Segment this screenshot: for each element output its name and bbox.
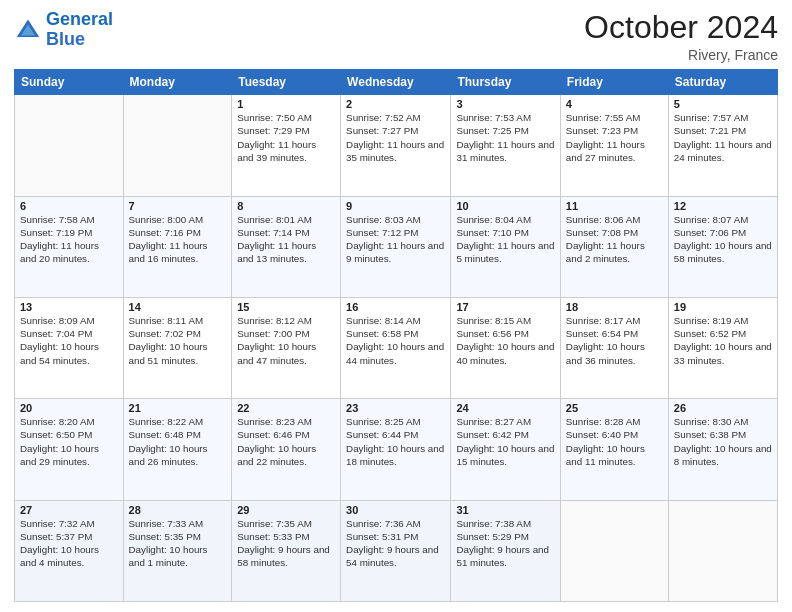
day-number: 9 [346,200,445,212]
day-number: 13 [20,301,118,313]
day-number: 17 [456,301,554,313]
day-number: 6 [20,200,118,212]
day-number: 23 [346,402,445,414]
calendar-cell: 4Sunrise: 7:55 AMSunset: 7:23 PMDaylight… [560,95,668,196]
calendar-cell: 24Sunrise: 8:27 AMSunset: 6:42 PMDayligh… [451,399,560,500]
day-number: 25 [566,402,663,414]
calendar-cell: 20Sunrise: 8:20 AMSunset: 6:50 PMDayligh… [15,399,124,500]
day-number: 7 [129,200,227,212]
calendar-cell: 27Sunrise: 7:32 AMSunset: 5:37 PMDayligh… [15,500,124,601]
calendar-cell: 9Sunrise: 8:03 AMSunset: 7:12 PMDaylight… [341,196,451,297]
month-title: October 2024 [584,10,778,45]
calendar-cell [123,95,232,196]
calendar-week-row: 13Sunrise: 8:09 AMSunset: 7:04 PMDayligh… [15,297,778,398]
day-of-week-header: Sunday [15,70,124,95]
calendar-cell: 16Sunrise: 8:14 AMSunset: 6:58 PMDayligh… [341,297,451,398]
day-info: Sunrise: 8:15 AMSunset: 6:56 PMDaylight:… [456,314,554,367]
calendar-cell: 23Sunrise: 8:25 AMSunset: 6:44 PMDayligh… [341,399,451,500]
day-number: 16 [346,301,445,313]
calendar-cell: 14Sunrise: 8:11 AMSunset: 7:02 PMDayligh… [123,297,232,398]
day-number: 14 [129,301,227,313]
day-info: Sunrise: 8:19 AMSunset: 6:52 PMDaylight:… [674,314,772,367]
calendar-cell: 3Sunrise: 7:53 AMSunset: 7:25 PMDaylight… [451,95,560,196]
calendar-cell: 25Sunrise: 8:28 AMSunset: 6:40 PMDayligh… [560,399,668,500]
day-of-week-header: Friday [560,70,668,95]
day-info: Sunrise: 8:03 AMSunset: 7:12 PMDaylight:… [346,213,445,266]
title-block: October 2024 Rivery, France [584,10,778,63]
day-of-week-header: Wednesday [341,70,451,95]
day-number: 5 [674,98,772,110]
day-number: 10 [456,200,554,212]
calendar-cell [668,500,777,601]
day-info: Sunrise: 8:20 AMSunset: 6:50 PMDaylight:… [20,415,118,468]
calendar-cell: 15Sunrise: 8:12 AMSunset: 7:00 PMDayligh… [232,297,341,398]
day-info: Sunrise: 8:28 AMSunset: 6:40 PMDaylight:… [566,415,663,468]
day-of-week-header: Thursday [451,70,560,95]
calendar-cell: 30Sunrise: 7:36 AMSunset: 5:31 PMDayligh… [341,500,451,601]
calendar-cell: 2Sunrise: 7:52 AMSunset: 7:27 PMDaylight… [341,95,451,196]
day-number: 15 [237,301,335,313]
day-info: Sunrise: 7:52 AMSunset: 7:27 PMDaylight:… [346,111,445,164]
calendar-week-row: 6Sunrise: 7:58 AMSunset: 7:19 PMDaylight… [15,196,778,297]
day-number: 19 [674,301,772,313]
calendar-cell: 7Sunrise: 8:00 AMSunset: 7:16 PMDaylight… [123,196,232,297]
location: Rivery, France [584,47,778,63]
day-info: Sunrise: 7:57 AMSunset: 7:21 PMDaylight:… [674,111,772,164]
calendar-cell: 8Sunrise: 8:01 AMSunset: 7:14 PMDaylight… [232,196,341,297]
calendar-cell: 26Sunrise: 8:30 AMSunset: 6:38 PMDayligh… [668,399,777,500]
calendar-cell: 13Sunrise: 8:09 AMSunset: 7:04 PMDayligh… [15,297,124,398]
day-number: 20 [20,402,118,414]
day-info: Sunrise: 8:00 AMSunset: 7:16 PMDaylight:… [129,213,227,266]
calendar-cell: 12Sunrise: 8:07 AMSunset: 7:06 PMDayligh… [668,196,777,297]
day-info: Sunrise: 8:01 AMSunset: 7:14 PMDaylight:… [237,213,335,266]
day-info: Sunrise: 8:11 AMSunset: 7:02 PMDaylight:… [129,314,227,367]
day-info: Sunrise: 8:30 AMSunset: 6:38 PMDaylight:… [674,415,772,468]
day-info: Sunrise: 8:25 AMSunset: 6:44 PMDaylight:… [346,415,445,468]
day-number: 21 [129,402,227,414]
calendar-cell: 5Sunrise: 7:57 AMSunset: 7:21 PMDaylight… [668,95,777,196]
calendar-cell: 19Sunrise: 8:19 AMSunset: 6:52 PMDayligh… [668,297,777,398]
day-info: Sunrise: 8:04 AMSunset: 7:10 PMDaylight:… [456,213,554,266]
calendar-week-row: 20Sunrise: 8:20 AMSunset: 6:50 PMDayligh… [15,399,778,500]
day-number: 4 [566,98,663,110]
day-number: 2 [346,98,445,110]
day-number: 11 [566,200,663,212]
day-number: 22 [237,402,335,414]
logo-text: General Blue [46,10,113,50]
day-info: Sunrise: 7:53 AMSunset: 7:25 PMDaylight:… [456,111,554,164]
calendar-cell: 28Sunrise: 7:33 AMSunset: 5:35 PMDayligh… [123,500,232,601]
calendar-cell: 22Sunrise: 8:23 AMSunset: 6:46 PMDayligh… [232,399,341,500]
calendar-cell: 31Sunrise: 7:38 AMSunset: 5:29 PMDayligh… [451,500,560,601]
day-info: Sunrise: 8:07 AMSunset: 7:06 PMDaylight:… [674,213,772,266]
calendar-cell: 10Sunrise: 8:04 AMSunset: 7:10 PMDayligh… [451,196,560,297]
calendar-cell: 21Sunrise: 8:22 AMSunset: 6:48 PMDayligh… [123,399,232,500]
calendar-cell: 6Sunrise: 7:58 AMSunset: 7:19 PMDaylight… [15,196,124,297]
day-number: 18 [566,301,663,313]
day-info: Sunrise: 8:09 AMSunset: 7:04 PMDaylight:… [20,314,118,367]
day-info: Sunrise: 7:32 AMSunset: 5:37 PMDaylight:… [20,517,118,570]
calendar-week-row: 27Sunrise: 7:32 AMSunset: 5:37 PMDayligh… [15,500,778,601]
logo-general: General [46,9,113,29]
day-number: 31 [456,504,554,516]
day-info: Sunrise: 7:50 AMSunset: 7:29 PMDaylight:… [237,111,335,164]
day-info: Sunrise: 7:35 AMSunset: 5:33 PMDaylight:… [237,517,335,570]
day-number: 28 [129,504,227,516]
day-info: Sunrise: 8:06 AMSunset: 7:08 PMDaylight:… [566,213,663,266]
day-info: Sunrise: 7:58 AMSunset: 7:19 PMDaylight:… [20,213,118,266]
header: General Blue October 2024 Rivery, France [14,10,778,63]
day-info: Sunrise: 8:23 AMSunset: 6:46 PMDaylight:… [237,415,335,468]
calendar-cell: 1Sunrise: 7:50 AMSunset: 7:29 PMDaylight… [232,95,341,196]
day-of-week-header: Tuesday [232,70,341,95]
calendar-cell: 17Sunrise: 8:15 AMSunset: 6:56 PMDayligh… [451,297,560,398]
calendar-cell [15,95,124,196]
day-info: Sunrise: 8:17 AMSunset: 6:54 PMDaylight:… [566,314,663,367]
day-number: 26 [674,402,772,414]
calendar-table: SundayMondayTuesdayWednesdayThursdayFrid… [14,69,778,602]
day-number: 30 [346,504,445,516]
logo-icon [14,16,42,44]
day-number: 1 [237,98,335,110]
day-number: 24 [456,402,554,414]
day-info: Sunrise: 7:38 AMSunset: 5:29 PMDaylight:… [456,517,554,570]
day-info: Sunrise: 7:55 AMSunset: 7:23 PMDaylight:… [566,111,663,164]
day-info: Sunrise: 8:27 AMSunset: 6:42 PMDaylight:… [456,415,554,468]
